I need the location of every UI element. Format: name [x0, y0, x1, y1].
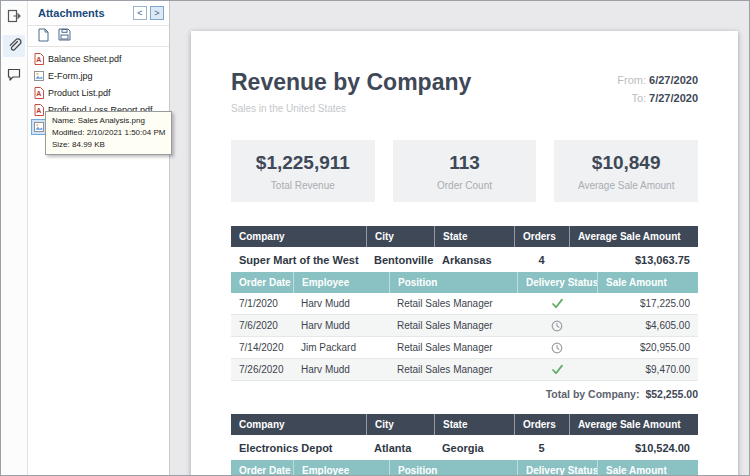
- col-employee: Employee: [293, 460, 389, 475]
- col-sale-amount: Sale Amount: [597, 272, 698, 293]
- col-orders: Orders: [514, 414, 569, 435]
- to-label: To:: [631, 92, 646, 104]
- col-orders: Orders: [514, 226, 569, 247]
- attachment-item-product-list[interactable]: A Product List.pdf: [31, 85, 116, 101]
- col-position: Position: [389, 460, 517, 475]
- comment-icon: [6, 66, 22, 85]
- col-city: City: [366, 226, 434, 247]
- attachment-item-e-form[interactable]: E-Form.jpg: [31, 68, 98, 84]
- attachments-panel-title: Attachments: [38, 7, 105, 19]
- col-avg-sale: Average Sale Amount: [569, 414, 698, 435]
- order-date: 7/1/2020: [231, 293, 293, 314]
- delivery-status-icon: [517, 337, 597, 358]
- svg-text:A: A: [36, 107, 41, 114]
- total-revenue-label: Total Revenue: [271, 180, 335, 191]
- detail-table-header: Order Date Employee Position Delivery St…: [231, 460, 698, 475]
- pdf-file-icon: A: [34, 53, 44, 65]
- panel-prev-button[interactable]: <: [133, 6, 147, 20]
- detail-table-header: Order Date Employee Position Delivery St…: [231, 272, 698, 293]
- col-city: City: [366, 414, 434, 435]
- tooltip-file-modified: Modified: 2/10/2021 1:50:04 PM: [52, 127, 165, 139]
- order-count-value: 113: [449, 152, 480, 174]
- average-sale-label: Average Sale Amount: [578, 180, 675, 191]
- company-avg-sale: $13,063.75: [569, 247, 698, 272]
- order-amount: $9,470.00: [597, 359, 698, 380]
- document-viewport[interactable]: Revenue by Company Sales in the United S…: [170, 1, 749, 475]
- to-date: 7/27/2020: [649, 92, 698, 104]
- attachment-file-name: Product List.pdf: [48, 88, 111, 99]
- delivery-status-icon: [517, 359, 597, 380]
- report-subtitle: Sales in the United States: [231, 103, 471, 114]
- attachments-toolbar: [28, 26, 169, 47]
- col-sale-amount: Sale Amount: [597, 460, 698, 475]
- col-state: State: [434, 226, 514, 247]
- col-avg-sale: Average Sale Amount: [569, 226, 698, 247]
- company-city: Bentonville: [366, 247, 434, 272]
- order-position: Retail Sales Manager: [389, 315, 517, 336]
- order-row: 7/26/2020 Harv Mudd Retail Sales Manager…: [231, 359, 698, 381]
- open-attachment-button[interactable]: [37, 28, 49, 45]
- order-position: Retail Sales Manager: [389, 293, 517, 314]
- pdf-file-icon: A: [34, 104, 44, 116]
- export-icon: [6, 8, 22, 27]
- total-by-company-value: $52,255.00: [645, 388, 698, 400]
- order-count-card: 113 Order Count: [393, 140, 537, 202]
- report-header: Revenue by Company Sales in the United S…: [231, 69, 698, 114]
- col-state: State: [434, 414, 514, 435]
- export-button[interactable]: [3, 6, 25, 28]
- tooltip-file-name: Name: Sales Analysis.png: [52, 115, 165, 127]
- company-orders: 5: [514, 435, 569, 460]
- report-viewer-window: Attachments < > A Balance Sheet.pdf: [0, 0, 750, 476]
- from-date: 6/27/2020: [649, 74, 698, 86]
- attachment-file-name: E-Form.jpg: [48, 71, 93, 82]
- order-row: 7/1/2020 Harv Mudd Retail Sales Manager …: [231, 293, 698, 315]
- order-position: Retail Sales Manager: [389, 337, 517, 358]
- average-sale-value: $10,849: [592, 152, 661, 174]
- company-name: Electronics Depot: [231, 435, 366, 460]
- company-table-header: Company City State Orders Average Sale A…: [231, 414, 698, 435]
- report-page: Revenue by Company Sales in the United S…: [191, 31, 738, 475]
- order-position: Retail Sales Manager: [389, 359, 517, 380]
- col-order-date: Order Date: [231, 272, 293, 293]
- company-table-header: Company City State Orders Average Sale A…: [231, 226, 698, 247]
- summary-cards: $1,225,911 Total Revenue 113 Order Count…: [231, 140, 698, 202]
- attachments-button[interactable]: [3, 35, 25, 57]
- from-label: From:: [617, 74, 646, 86]
- total-revenue-card: $1,225,911 Total Revenue: [231, 140, 375, 202]
- col-company: Company: [231, 226, 366, 247]
- attachment-file-name: Balance Sheet.pdf: [48, 54, 122, 65]
- company-row: Super Mart of the West Bentonville Arkan…: [231, 247, 698, 272]
- order-row: 7/14/2020 Jim Packard Retail Sales Manag…: [231, 337, 698, 359]
- order-amount: $4,605.00: [597, 315, 698, 336]
- order-employee: Harv Mudd: [293, 315, 389, 336]
- document-icon: [37, 28, 49, 45]
- col-order-date: Order Date: [231, 460, 293, 475]
- col-position: Position: [389, 272, 517, 293]
- svg-text:A: A: [36, 56, 41, 63]
- company-name: Super Mart of the West: [231, 247, 366, 272]
- order-date: 7/6/2020: [231, 315, 293, 336]
- order-row: 7/6/2020 Harv Mudd Retail Sales Manager …: [231, 315, 698, 337]
- tooltip-file-size: Size: 84.99 KB: [52, 139, 165, 151]
- image-file-icon: [34, 121, 44, 133]
- date-range: From:6/27/2020 To:7/27/2020: [617, 69, 698, 114]
- attachment-item-balance-sheet[interactable]: A Balance Sheet.pdf: [31, 51, 127, 67]
- company-avg-sale: $10,524.00: [569, 435, 698, 460]
- attachment-tooltip: Name: Sales Analysis.png Modified: 2/10/…: [45, 111, 172, 155]
- col-employee: Employee: [293, 272, 389, 293]
- order-employee: Jim Packard: [293, 337, 389, 358]
- comments-button[interactable]: [3, 64, 25, 86]
- panel-next-button[interactable]: >: [150, 6, 164, 20]
- total-by-company-label: Total by Company:: [546, 388, 640, 400]
- col-company: Company: [231, 414, 366, 435]
- company-group-2: Company City State Orders Average Sale A…: [231, 414, 698, 475]
- company-city: Atlanta: [366, 435, 434, 460]
- average-sale-card: $10,849 Average Sale Amount: [554, 140, 698, 202]
- attachments-panel-header: Attachments < >: [28, 1, 169, 26]
- pdf-file-icon: A: [34, 87, 44, 99]
- save-attachment-button[interactable]: [58, 28, 71, 44]
- delivery-status-icon: [517, 315, 597, 336]
- report-title: Revenue by Company: [231, 69, 471, 96]
- delivery-status-icon: [517, 293, 597, 314]
- image-file-icon: [34, 70, 44, 82]
